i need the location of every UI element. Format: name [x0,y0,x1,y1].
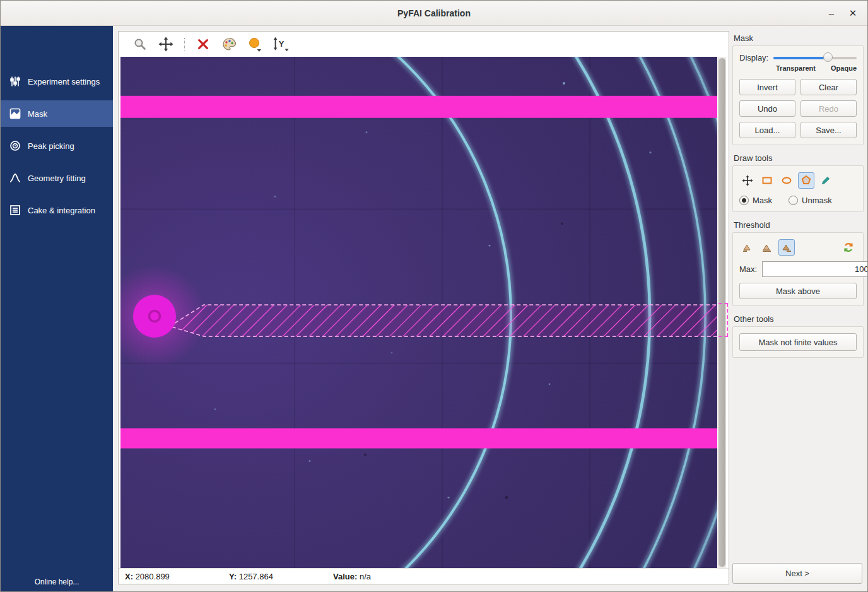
draw-pan-button[interactable] [739,172,756,189]
close-button[interactable]: ✕ [843,1,862,26]
invert-button[interactable]: Invert [739,79,795,95]
svg-text:Y: Y [279,39,284,49]
mask-color-button[interactable] [246,35,264,53]
mask-band-top [120,96,717,118]
threshold-between-icon [761,242,773,252]
slider-fill [773,57,828,59]
y-axis-orientation-button[interactable]: Y [272,35,290,53]
load-button[interactable]: Load... [739,122,795,138]
other-tools-group: Mask not finite values [732,326,864,358]
rectangle-icon [761,175,773,186]
refresh-button[interactable] [840,239,857,256]
sidebar-item-label: Mask [28,109,47,119]
palette-icon [221,37,237,52]
draw-rectangle-button[interactable] [759,172,775,189]
pyfai-window: PyFAI Calibration – ✕ Experiment setting… [0,0,868,592]
mask-between-button[interactable] [759,239,775,256]
threshold-group: Max: Mask above [732,232,864,306]
sidebar-item-label: Peak picking [28,141,74,151]
vertical-scrollbar[interactable] [718,57,726,568]
y-axis-icon: Y [272,36,290,52]
save-button[interactable]: Save... [801,122,857,138]
scrollbar-thumb[interactable] [718,58,725,567]
pan-icon [742,175,753,186]
sidebar-item-label: Experiment settings [28,77,100,86]
ellipse-icon [781,175,792,186]
minimize-button[interactable]: – [822,1,841,26]
status-y: Y: 1257.864 [229,572,333,581]
other-tools-title: Other tools [734,314,864,324]
mask-group-title: Mask [734,33,864,43]
mask-color-dot-icon [247,36,262,52]
draw-tools-title: Draw tools [734,153,864,163]
threshold-max-input[interactable] [762,261,868,277]
plot-frame: Y [118,31,729,584]
draw-tools-group: Mask Unmask [732,165,864,212]
pan-button[interactable] [157,35,175,53]
pan-icon [158,37,173,52]
transparent-label: Transparent [776,64,816,72]
titlebar: PyFAI Calibration – ✕ [1,1,867,26]
sidebar-item-geometry-fitting[interactable]: Geometry fitting [1,165,113,191]
undo-button[interactable]: Undo [739,100,795,117]
threshold-title: Threshold [734,220,864,230]
colormap-button[interactable] [220,35,238,53]
mask-above-icon-button[interactable] [778,239,795,256]
mask-group: Display: Transparent Opaque Invert Clear… [732,45,864,145]
mask-tools-panel: Mask Display: Transparent Opaque Invert … [731,26,868,591]
sidebar-item-experiment-settings[interactable]: Experiment settings [1,68,113,95]
online-help-link[interactable]: Online help... [1,577,113,586]
zoom-button[interactable] [131,35,149,53]
mask-selection-polygon [170,305,717,336]
threshold-below-icon [742,242,753,252]
zoom-icon [132,37,148,52]
draw-polygon-button[interactable] [798,172,814,189]
toolbar-separator [184,38,185,50]
mask-above-button[interactable]: Mask above [739,283,857,299]
draw-ellipse-button[interactable] [778,172,795,189]
sidebar-item-cake-integration[interactable]: Cake & integration [1,197,113,223]
mask-band-bottom [120,429,717,449]
sliders-icon [9,75,21,88]
detector-image[interactable] [120,57,717,568]
sidebar: Experiment settings Mask Peak picking [1,26,113,591]
redo-button: Redo [801,100,857,117]
statusbar: X: 2080.899 Y: 1257.864 Value: n/a [119,568,729,584]
mask-below-button[interactable] [739,239,756,256]
mask-icon [9,107,21,120]
window-title: PyFAI Calibration [1,1,867,26]
detector-view[interactable] [119,57,729,568]
display-label: Display: [739,53,768,62]
mask-radio-label: Mask [753,196,772,205]
threshold-above-icon [781,242,792,252]
unmask-radio[interactable] [789,196,798,205]
pencil-icon [820,175,831,186]
status-x: X: 2080.899 [125,572,229,581]
clear-button[interactable]: Clear [801,79,857,95]
sidebar-item-label: Cake & integration [28,206,95,215]
refresh-icon [843,242,854,253]
target-icon [9,139,21,152]
mask-radio[interactable] [739,196,749,205]
draw-pencil-button[interactable] [818,172,834,189]
peak-curve-icon [9,172,21,184]
beam-stop-mask [133,295,176,338]
sidebar-item-peak-picking[interactable]: Peak picking [1,133,113,159]
next-button[interactable]: Next > [732,563,862,584]
sidebar-item-mask[interactable]: Mask [1,100,113,127]
integration-icon [9,204,21,216]
mask-not-finite-button[interactable]: Mask not finite values [739,333,857,351]
clear-mask-button[interactable] [194,35,212,53]
sidebar-item-label: Geometry fitting [28,174,86,183]
opaque-label: Opaque [831,64,857,72]
plot-toolbar: Y [119,32,729,57]
unmask-radio-label: Unmask [802,196,832,205]
slider-handle[interactable] [823,52,833,62]
polygon-icon [801,175,812,186]
mask-opacity-slider[interactable] [773,52,857,62]
red-cross-icon [196,37,210,51]
status-value: Value: n/a [333,572,437,581]
max-label: Max: [739,264,757,274]
